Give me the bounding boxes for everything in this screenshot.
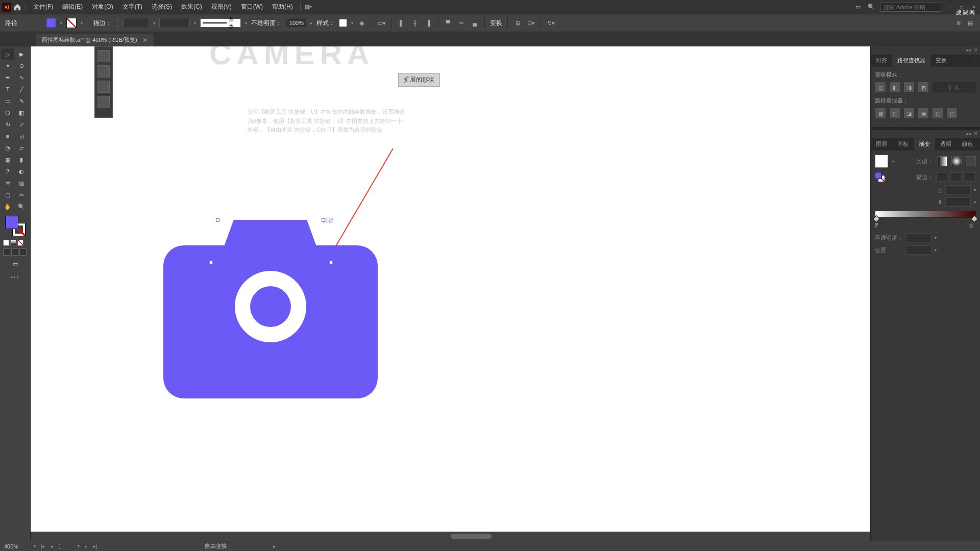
shaper-tool[interactable]: ⬡ (1, 107, 14, 118)
stroke-color-swatch[interactable] (66, 18, 77, 28)
dropdown-icon[interactable]: ▾ (153, 21, 155, 26)
gradient-tool[interactable]: ▮ (15, 154, 28, 165)
fill-color-swatch[interactable] (46, 18, 56, 28)
gradient-fill-stroke[interactable] (875, 172, 885, 182)
opacity-input[interactable] (286, 18, 306, 28)
shape-icon[interactable]: ⊡▾ (526, 18, 535, 28)
magic-wand-tool[interactable]: ✦ (1, 60, 14, 71)
gradient-preview[interactable] (875, 155, 888, 168)
stroke-stepper-icon[interactable]: ⌃⌄ (116, 18, 119, 28)
gradient-angle-input[interactable] (945, 185, 971, 194)
exclude-icon[interactable]: ◩ (918, 82, 929, 93)
align-bottom-icon[interactable]: ▄ (470, 18, 479, 28)
align-center-h-icon[interactable]: ╫ (410, 18, 420, 28)
zoom-tool[interactable]: 🔍 (15, 201, 28, 212)
expand-button[interactable]: 扩展 (932, 82, 976, 93)
artboard-dropdown-icon[interactable]: ▾ (78, 544, 80, 548)
zoom-dropdown-icon[interactable]: ▾ (34, 544, 36, 548)
recolor-icon[interactable]: ◉ (357, 18, 366, 28)
dropdown-icon[interactable]: ▾ (351, 21, 353, 26)
slice-tool[interactable]: ✂ (15, 189, 28, 201)
linear-gradient-btn[interactable] (937, 156, 947, 166)
close-panel-icon[interactable]: ✕ (974, 47, 978, 54)
prev-artboard-icon[interactable]: ◂ (50, 544, 54, 549)
horizontal-scrollbar[interactable] (31, 532, 870, 541)
graphic-style-swatch[interactable] (339, 19, 347, 27)
fill-dropdown-icon[interactable]: ▾ (60, 21, 62, 26)
column-graph-tool[interactable]: ▥ (15, 178, 28, 189)
stroke-gradient-btn3[interactable] (965, 172, 976, 182)
status-menu-icon[interactable]: ▸ (272, 544, 277, 549)
menu-view[interactable]: 视图(V) (207, 1, 236, 13)
transform-label[interactable]: 变换 (490, 19, 502, 28)
free-transform-widget[interactable] (94, 46, 113, 118)
menu-help[interactable]: 帮助(H) (268, 1, 297, 13)
tab-pathfinder[interactable]: 路径查找器 (892, 55, 930, 67)
type-tool[interactable]: T (1, 84, 14, 95)
menu-type[interactable]: 文字(T) (118, 1, 146, 13)
tab-align[interactable]: 对齐 (871, 55, 892, 67)
intersect-icon[interactable]: ◨ (903, 82, 915, 93)
outline-icon[interactable]: ▢ (932, 108, 943, 119)
tab-color[interactable]: 颜色 (957, 138, 978, 151)
isolate-icon[interactable]: ⊞ (513, 18, 522, 28)
menu-edit[interactable]: 编辑(E) (58, 1, 87, 13)
next-artboard-icon[interactable]: ▸ (84, 544, 88, 549)
artboard[interactable]: CAMERA 扩展的形状 使用【椭圆工具 快捷键：U】在矩形的内部绘制圆形，设置… (31, 46, 870, 532)
stroke-weight-input[interactable] (124, 18, 149, 28)
tab-artboards[interactable]: 画板 (892, 138, 914, 151)
unite-icon[interactable]: ◻ (875, 82, 886, 93)
gradient-mode-btn[interactable] (10, 240, 16, 246)
align-left-icon[interactable]: ▌ (397, 18, 406, 28)
rotate-tool[interactable]: ↻ (1, 119, 14, 130)
paintbrush-tool[interactable]: ✎ (15, 95, 28, 107)
crop-icon[interactable]: ▣ (918, 108, 929, 119)
search-input[interactable] (880, 3, 941, 12)
last-artboard-icon[interactable]: ▸| (92, 544, 98, 549)
panel-toggle-icon[interactable]: ⊪ (954, 18, 964, 28)
lasso-tool[interactable]: ⊙ (15, 60, 28, 71)
gpu-icon[interactable]: ▭ (853, 3, 863, 12)
canvas-area[interactable]: CAMERA 扩展的形状 使用【椭圆工具 快捷键：U】在矩形的内部绘制圆形，设置… (31, 46, 870, 541)
merge-icon[interactable]: ◪ (903, 108, 915, 119)
panel-menu-icon[interactable]: ▤ (966, 18, 975, 28)
tab-layers[interactable]: 图层 (871, 138, 892, 151)
eyedropper-tool[interactable]: ⁋ (1, 166, 14, 177)
tab-close-icon[interactable]: ✕ (142, 37, 148, 44)
width-tool[interactable]: ≡ (1, 131, 14, 142)
divide-icon[interactable]: ▦ (875, 108, 886, 119)
transform-handle[interactable] (329, 261, 333, 264)
home-icon[interactable] (12, 2, 22, 12)
fill-stroke-control[interactable] (5, 216, 26, 236)
expand-shape-button[interactable]: 扩展的形状 (398, 73, 440, 87)
transform-handle[interactable] (209, 261, 213, 264)
draw-inside-btn[interactable] (19, 248, 27, 256)
transform-handle[interactable] (322, 218, 325, 222)
gradient-slider[interactable] (875, 211, 976, 218)
trim-icon[interactable]: ◫ (889, 108, 900, 119)
close-panel-icon[interactable]: ✕ (974, 131, 978, 137)
search-icon[interactable]: 🔍 (867, 3, 876, 12)
restore-icon[interactable]: ▭ (958, 3, 966, 11)
radial-gradient-btn[interactable] (951, 156, 962, 166)
freeform-gradient-btn[interactable] (966, 156, 976, 166)
opacity-slider-icon[interactable]: ▸ (310, 21, 312, 26)
dropdown-icon[interactable]: ▾ (245, 21, 247, 26)
align-pixel-icon[interactable]: ↯▾ (546, 18, 555, 28)
transform-handle[interactable] (216, 218, 219, 222)
zoom-level[interactable]: 400% (4, 543, 30, 549)
direct-selection-tool[interactable]: ▶ (15, 48, 28, 60)
tab-gradient[interactable]: 渐变 (914, 138, 935, 151)
align-right-icon[interactable]: ▐ (424, 18, 433, 28)
artboard-tool[interactable]: ▢ (1, 189, 14, 201)
document-tab[interactable]: 面性图标绘制.ai* @ 400% (RGB/预览) ✕ (36, 34, 154, 46)
shape-builder-tool[interactable]: ◔ (1, 142, 14, 154)
minimize-icon[interactable]: ─ (945, 3, 953, 11)
eyedropper-icon[interactable]: ⁋ (875, 222, 883, 230)
menu-effect[interactable]: 效果(C) (177, 1, 206, 13)
align-to-icon[interactable]: ▭▾ (377, 18, 386, 28)
align-top-icon[interactable]: ▀ (444, 18, 453, 28)
tab-transparency[interactable]: 透明 (935, 138, 957, 151)
rectangle-tool[interactable]: ▭ (1, 95, 14, 107)
stop-opacity-input[interactable] (906, 233, 932, 242)
